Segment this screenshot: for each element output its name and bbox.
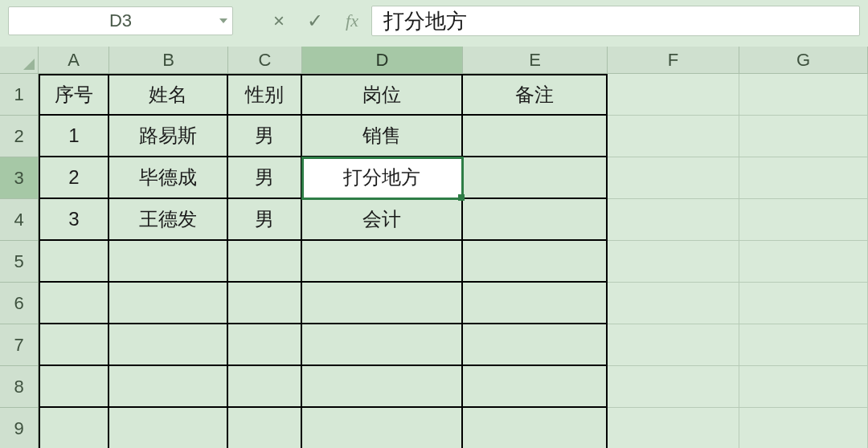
row-header-5[interactable]: 5 [0,241,39,283]
row-header-2[interactable]: 2 [0,116,39,157]
cell-F8[interactable] [608,366,739,408]
cell-E2[interactable] [463,116,608,157]
col-header-C[interactable]: C [228,47,302,74]
cell-C2[interactable]: 男 [228,116,302,157]
cell-E9[interactable] [463,408,608,448]
grid-row-7: 7 [0,324,868,366]
cell-G2[interactable] [739,116,868,157]
cell-A9[interactable] [39,408,109,448]
cell-B4[interactable]: 王德发 [109,199,228,241]
cell-E3[interactable] [463,157,608,199]
grid-row-5: 5 [0,241,868,283]
formula-bar: D3 × ✓ fx 打分地方 [0,0,868,47]
cell-F4[interactable] [608,199,739,241]
cell-C9[interactable] [228,408,302,448]
cell-G8[interactable] [739,366,868,408]
col-header-B[interactable]: B [109,47,228,74]
cell-C7[interactable] [228,324,302,366]
accept-icon[interactable]: ✓ [307,11,323,31]
cell-F2[interactable] [608,116,739,157]
grid-row-3: 3 2 毕德成 男 打分地方 [0,157,868,199]
cell-E5[interactable] [463,241,608,283]
cell-G5[interactable] [739,241,868,283]
cell-A3[interactable]: 2 [39,157,109,199]
grid-row-1: 1 序号 姓名 性别 岗位 备注 [0,74,868,116]
cell-F3[interactable] [608,157,739,199]
cell-E1[interactable]: 备注 [463,74,608,116]
grid-row-4: 4 3 王德发 男 会计 [0,199,868,241]
cell-D7[interactable] [302,324,463,366]
cell-F1[interactable] [608,74,739,116]
row-header-4[interactable]: 4 [0,199,39,241]
row-header-8[interactable]: 8 [0,366,39,408]
row-header-9[interactable]: 9 [0,408,39,448]
cell-B8[interactable] [109,366,228,408]
cell-A5[interactable] [39,241,109,283]
cell-F7[interactable] [608,324,739,366]
cell-A6[interactable] [39,283,109,324]
cell-C5[interactable] [228,241,302,283]
cell-E8[interactable] [463,366,608,408]
cell-C4[interactable]: 男 [228,199,302,241]
name-box[interactable]: D3 [8,6,233,35]
grid-row-9: 9 [0,408,868,448]
cell-B2[interactable]: 路易斯 [109,116,228,157]
select-all-corner[interactable] [0,47,39,74]
row-header-6[interactable]: 6 [0,283,39,324]
col-header-A[interactable]: A [39,47,109,74]
cell-B1[interactable]: 姓名 [109,74,228,116]
row-header-7[interactable]: 7 [0,324,39,366]
cell-G3[interactable] [739,157,868,199]
cell-A8[interactable] [39,366,109,408]
cell-C8[interactable] [228,366,302,408]
formula-input[interactable]: 打分地方 [371,6,860,36]
col-header-G[interactable]: G [739,47,868,74]
formula-input-value: 打分地方 [383,7,467,35]
cell-F6[interactable] [608,283,739,324]
col-header-E[interactable]: E [463,47,608,74]
fx-icon[interactable]: fx [346,12,358,30]
cell-C6[interactable] [228,283,302,324]
column-headers: A B C D E F G [0,47,868,74]
cell-G9[interactable] [739,408,868,448]
cancel-icon[interactable]: × [273,11,285,31]
cell-B5[interactable] [109,241,228,283]
cell-B6[interactable] [109,283,228,324]
cell-G4[interactable] [739,199,868,241]
grid-row-2: 2 1 路易斯 男 销售 [0,116,868,157]
cell-B3[interactable]: 毕德成 [109,157,228,199]
cell-D8[interactable] [302,366,463,408]
cell-A7[interactable] [39,324,109,366]
cell-E4[interactable] [463,199,608,241]
cell-A4[interactable]: 3 [39,199,109,241]
cell-B9[interactable] [109,408,228,448]
cell-F9[interactable] [608,408,739,448]
cell-D6[interactable] [302,283,463,324]
cell-D4[interactable]: 会计 [302,199,463,241]
grid-row-8: 8 [0,366,868,408]
cell-G7[interactable] [739,324,868,366]
cell-A1[interactable]: 序号 [39,74,109,116]
cell-C3[interactable]: 男 [228,157,302,199]
name-box-value: D3 [109,10,132,31]
cell-D3[interactable]: 打分地方 [302,157,463,199]
cell-E6[interactable] [463,283,608,324]
formula-bar-actions: × ✓ fx [268,11,363,31]
cell-D1[interactable]: 岗位 [302,74,463,116]
cell-C1[interactable]: 性别 [228,74,302,116]
chevron-down-icon[interactable] [219,18,227,23]
cell-G1[interactable] [739,74,868,116]
spreadsheet-grid: A B C D E F G 1 序号 姓名 性别 岗位 备注 2 1 路易斯 男… [0,47,868,448]
cell-F5[interactable] [608,241,739,283]
col-header-D[interactable]: D [302,47,463,74]
cell-B7[interactable] [109,324,228,366]
cell-A2[interactable]: 1 [39,116,109,157]
row-header-3[interactable]: 3 [0,157,39,199]
cell-G6[interactable] [739,283,868,324]
cell-D5[interactable] [302,241,463,283]
row-header-1[interactable]: 1 [0,74,39,116]
cell-D9[interactable] [302,408,463,448]
col-header-F[interactable]: F [608,47,739,74]
cell-D2[interactable]: 销售 [302,116,463,157]
cell-E7[interactable] [463,324,608,366]
